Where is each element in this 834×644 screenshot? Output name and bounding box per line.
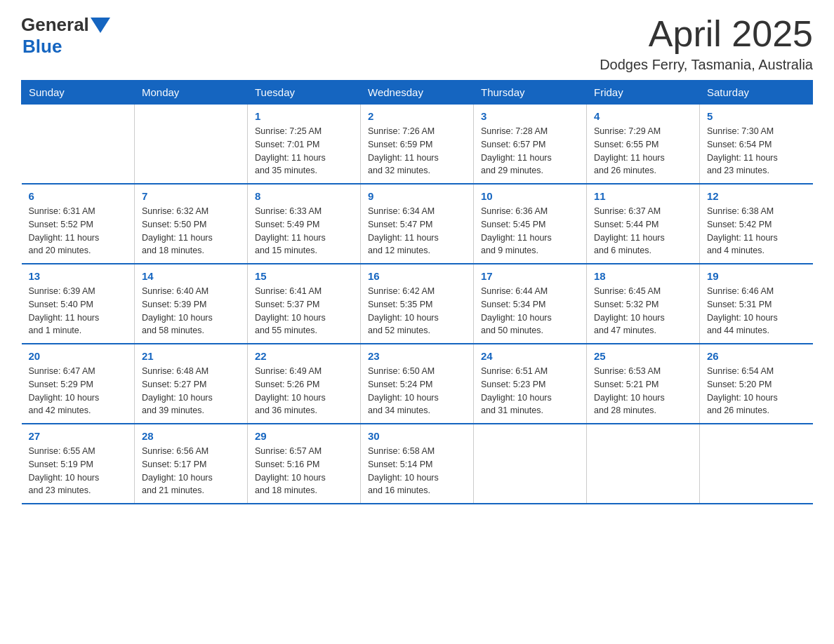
day-info: Sunrise: 6:55 AM Sunset: 5:19 PM Dayligh…	[29, 445, 128, 497]
day-number: 22	[255, 350, 353, 362]
calendar-weekday-header: Tuesday	[248, 81, 361, 105]
month-year-title: April 2025	[600, 14, 813, 54]
day-number: 25	[594, 350, 692, 362]
day-info: Sunrise: 6:38 AM Sunset: 5:42 PM Dayligh…	[707, 205, 806, 257]
logo-general-text: General	[21, 14, 89, 36]
calendar-cell: 8Sunrise: 6:33 AM Sunset: 5:49 PM Daylig…	[248, 184, 361, 264]
day-number: 4	[594, 110, 692, 122]
calendar-cell: 26Sunrise: 6:54 AM Sunset: 5:20 PM Dayli…	[700, 344, 813, 424]
day-info: Sunrise: 6:47 AM Sunset: 5:29 PM Dayligh…	[29, 365, 128, 417]
day-number: 16	[368, 270, 466, 282]
day-number: 21	[142, 350, 240, 362]
day-info: Sunrise: 6:51 AM Sunset: 5:23 PM Dayligh…	[481, 365, 579, 417]
calendar-weekday-header: Monday	[135, 81, 248, 105]
day-info: Sunrise: 6:37 AM Sunset: 5:44 PM Dayligh…	[594, 205, 692, 257]
calendar-cell: 13Sunrise: 6:39 AM Sunset: 5:40 PM Dayli…	[22, 264, 135, 344]
calendar-week-row: 1Sunrise: 7:25 AM Sunset: 7:01 PM Daylig…	[22, 105, 813, 185]
day-info: Sunrise: 6:40 AM Sunset: 5:39 PM Dayligh…	[142, 285, 240, 337]
day-info: Sunrise: 6:39 AM Sunset: 5:40 PM Dayligh…	[29, 285, 128, 337]
calendar-cell: 22Sunrise: 6:49 AM Sunset: 5:26 PM Dayli…	[248, 344, 361, 424]
calendar-cell: 6Sunrise: 6:31 AM Sunset: 5:52 PM Daylig…	[22, 184, 135, 264]
day-info: Sunrise: 7:25 AM Sunset: 7:01 PM Dayligh…	[255, 125, 353, 177]
day-info: Sunrise: 6:41 AM Sunset: 5:37 PM Dayligh…	[255, 285, 353, 337]
day-number: 28	[142, 430, 240, 442]
location-subtitle: Dodges Ferry, Tasmania, Australia	[600, 57, 813, 73]
day-number: 14	[142, 270, 240, 282]
calendar-weekday-header: Friday	[587, 81, 700, 105]
day-number: 12	[707, 190, 806, 202]
calendar-cell: 28Sunrise: 6:56 AM Sunset: 5:17 PM Dayli…	[135, 424, 248, 504]
logo-blue-text: Blue	[22, 36, 62, 57]
day-info: Sunrise: 6:32 AM Sunset: 5:50 PM Dayligh…	[142, 205, 240, 257]
day-number: 15	[255, 270, 353, 282]
day-number: 2	[368, 110, 466, 122]
day-info: Sunrise: 6:45 AM Sunset: 5:32 PM Dayligh…	[594, 285, 692, 337]
calendar-cell: 10Sunrise: 6:36 AM Sunset: 5:45 PM Dayli…	[474, 184, 587, 264]
day-number: 30	[368, 430, 466, 442]
calendar-cell: 1Sunrise: 7:25 AM Sunset: 7:01 PM Daylig…	[248, 105, 361, 185]
day-number: 23	[368, 350, 466, 362]
day-number: 29	[255, 430, 353, 442]
calendar-cell: 16Sunrise: 6:42 AM Sunset: 5:35 PM Dayli…	[361, 264, 474, 344]
calendar-cell: 25Sunrise: 6:53 AM Sunset: 5:21 PM Dayli…	[587, 344, 700, 424]
calendar-cell: 17Sunrise: 6:44 AM Sunset: 5:34 PM Dayli…	[474, 264, 587, 344]
calendar-cell: 29Sunrise: 6:57 AM Sunset: 5:16 PM Dayli…	[248, 424, 361, 504]
calendar-weekday-header: Saturday	[700, 81, 813, 105]
svg-marker-0	[91, 18, 110, 33]
calendar-cell: 5Sunrise: 7:30 AM Sunset: 6:54 PM Daylig…	[700, 105, 813, 185]
calendar-cell: 18Sunrise: 6:45 AM Sunset: 5:32 PM Dayli…	[587, 264, 700, 344]
day-number: 7	[142, 190, 240, 202]
day-number: 27	[29, 430, 128, 442]
calendar-cell: 2Sunrise: 7:26 AM Sunset: 6:59 PM Daylig…	[361, 105, 474, 185]
calendar-cell: 3Sunrise: 7:28 AM Sunset: 6:57 PM Daylig…	[474, 105, 587, 185]
calendar-cell	[22, 105, 135, 185]
calendar-cell: 15Sunrise: 6:41 AM Sunset: 5:37 PM Dayli…	[248, 264, 361, 344]
day-number: 10	[481, 190, 579, 202]
calendar-cell: 21Sunrise: 6:48 AM Sunset: 5:27 PM Dayli…	[135, 344, 248, 424]
calendar-week-row: 20Sunrise: 6:47 AM Sunset: 5:29 PM Dayli…	[22, 344, 813, 424]
day-number: 18	[594, 270, 692, 282]
calendar-cell	[587, 424, 700, 504]
day-info: Sunrise: 6:49 AM Sunset: 5:26 PM Dayligh…	[255, 365, 353, 417]
day-number: 17	[481, 270, 579, 282]
day-number: 1	[255, 110, 353, 122]
logo-arrow-icon	[91, 18, 110, 33]
day-number: 13	[29, 270, 128, 282]
day-info: Sunrise: 6:56 AM Sunset: 5:17 PM Dayligh…	[142, 445, 240, 497]
calendar-cell: 7Sunrise: 6:32 AM Sunset: 5:50 PM Daylig…	[135, 184, 248, 264]
day-info: Sunrise: 6:57 AM Sunset: 5:16 PM Dayligh…	[255, 445, 353, 497]
day-number: 20	[29, 350, 128, 362]
logo: General Blue	[21, 14, 110, 58]
day-info: Sunrise: 7:29 AM Sunset: 6:55 PM Dayligh…	[594, 125, 692, 177]
calendar-cell: 9Sunrise: 6:34 AM Sunset: 5:47 PM Daylig…	[361, 184, 474, 264]
day-info: Sunrise: 6:36 AM Sunset: 5:45 PM Dayligh…	[481, 205, 579, 257]
calendar-cell	[474, 424, 587, 504]
day-number: 3	[481, 110, 579, 122]
day-info: Sunrise: 6:54 AM Sunset: 5:20 PM Dayligh…	[707, 365, 806, 417]
day-number: 24	[481, 350, 579, 362]
day-info: Sunrise: 6:58 AM Sunset: 5:14 PM Dayligh…	[368, 445, 466, 497]
day-info: Sunrise: 6:53 AM Sunset: 5:21 PM Dayligh…	[594, 365, 692, 417]
calendar-cell: 30Sunrise: 6:58 AM Sunset: 5:14 PM Dayli…	[361, 424, 474, 504]
day-info: Sunrise: 6:44 AM Sunset: 5:34 PM Dayligh…	[481, 285, 579, 337]
day-info: Sunrise: 6:33 AM Sunset: 5:49 PM Dayligh…	[255, 205, 353, 257]
calendar-header-row: SundayMondayTuesdayWednesdayThursdayFrid…	[22, 81, 813, 105]
day-info: Sunrise: 6:31 AM Sunset: 5:52 PM Dayligh…	[29, 205, 128, 257]
calendar-week-row: 6Sunrise: 6:31 AM Sunset: 5:52 PM Daylig…	[22, 184, 813, 264]
calendar-cell: 23Sunrise: 6:50 AM Sunset: 5:24 PM Dayli…	[361, 344, 474, 424]
calendar-cell: 27Sunrise: 6:55 AM Sunset: 5:19 PM Dayli…	[22, 424, 135, 504]
calendar-cell: 20Sunrise: 6:47 AM Sunset: 5:29 PM Dayli…	[22, 344, 135, 424]
day-number: 9	[368, 190, 466, 202]
calendar-weekday-header: Thursday	[474, 81, 587, 105]
calendar-cell	[700, 424, 813, 504]
day-info: Sunrise: 7:28 AM Sunset: 6:57 PM Dayligh…	[481, 125, 579, 177]
day-info: Sunrise: 6:42 AM Sunset: 5:35 PM Dayligh…	[368, 285, 466, 337]
day-number: 8	[255, 190, 353, 202]
day-number: 11	[594, 190, 692, 202]
calendar-weekday-header: Wednesday	[361, 81, 474, 105]
calendar-cell: 19Sunrise: 6:46 AM Sunset: 5:31 PM Dayli…	[700, 264, 813, 344]
day-number: 19	[707, 270, 806, 282]
calendar-cell: 11Sunrise: 6:37 AM Sunset: 5:44 PM Dayli…	[587, 184, 700, 264]
day-info: Sunrise: 7:26 AM Sunset: 6:59 PM Dayligh…	[368, 125, 466, 177]
calendar-cell: 4Sunrise: 7:29 AM Sunset: 6:55 PM Daylig…	[587, 105, 700, 185]
